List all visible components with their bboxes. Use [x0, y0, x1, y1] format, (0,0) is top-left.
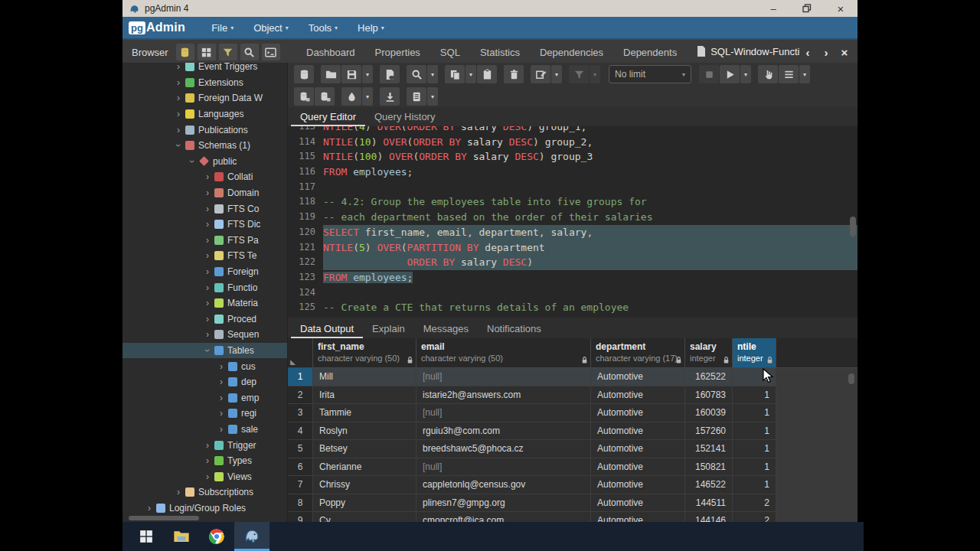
- column-header-ntile[interactable]: ntileinteger: [733, 338, 776, 367]
- first-name-cell[interactable]: Poppy: [313, 494, 416, 513]
- chevron-collapsed-icon[interactable]: ›: [203, 204, 212, 214]
- chevron-collapsed-icon[interactable]: ›: [203, 329, 212, 340]
- download-csv-button[interactable]: [380, 87, 400, 106]
- sidebar-item-trigger-functions[interactable]: ›Trigger: [122, 437, 287, 453]
- explain-button[interactable]: [341, 87, 361, 106]
- tab-sql-window-functions-for-anal[interactable]: SQL-Window-Functions-for_Anal: [687, 40, 799, 64]
- close-button[interactable]: ×: [824, 0, 858, 17]
- servers-button[interactable]: [176, 44, 194, 60]
- sidebar-item-domains[interactable]: ›Domain: [122, 185, 287, 201]
- chevron-collapsed-icon[interactable]: ›: [203, 219, 212, 230]
- sidebar-item-fts-parsers[interactable]: ›FTS Pa: [122, 233, 287, 249]
- department-cell[interactable]: Automotive: [591, 368, 685, 386]
- tab-query-editor[interactable]: Query Editor: [291, 111, 365, 126]
- chevron-collapsed-icon[interactable]: ›: [217, 424, 226, 435]
- grid-select-all-corner[interactable]: ◢: [288, 338, 313, 367]
- salary-cell[interactable]: 144146: [685, 512, 733, 522]
- email-cell[interactable]: [null]: [416, 368, 591, 386]
- table-row[interactable]: 2Iritaistarie2h@answers.comAutomotive160…: [288, 386, 858, 405]
- row-number-cell[interactable]: 2: [288, 386, 313, 405]
- tab-dashboard[interactable]: Dashboard: [296, 40, 365, 64]
- salary-cell[interactable]: 160039: [685, 404, 733, 422]
- first-name-cell[interactable]: Cy: [313, 512, 416, 522]
- department-cell[interactable]: Automotive: [591, 386, 685, 405]
- row-number-cell[interactable]: 5: [288, 440, 313, 458]
- email-cell[interactable]: [null]: [416, 458, 591, 477]
- pgadmin-button[interactable]: [234, 522, 270, 551]
- department-cell[interactable]: Automotive: [591, 458, 685, 477]
- sql-editor[interactable]: 113NTILE(4) OVER(ORDER BY salary DESC) g…: [288, 126, 858, 318]
- table-row[interactable]: 9Cycmoncroft@ica.comAutomotive1441462: [288, 512, 858, 522]
- table-row[interactable]: 4Roslynrguiu3h@com.comAutomotive1572601: [288, 422, 858, 441]
- department-cell[interactable]: Automotive: [591, 440, 685, 458]
- column-header-first_name[interactable]: first_namecharacter varying (50): [313, 338, 416, 367]
- explain-options-button[interactable]: ▾: [362, 87, 373, 106]
- sidebar-item-procedures[interactable]: ›Proced: [122, 311, 287, 328]
- sidebar-item-languages[interactable]: ›Languages: [122, 106, 287, 122]
- sidebar-item-types[interactable]: ›Types: [122, 453, 287, 469]
- first-name-cell[interactable]: Irita: [313, 386, 416, 405]
- first-name-cell[interactable]: Chrissy: [313, 476, 416, 494]
- connection-button[interactable]: [294, 65, 314, 83]
- chevron-collapsed-icon[interactable]: ›: [203, 235, 212, 246]
- commit-button[interactable]: [758, 65, 778, 83]
- filter-button[interactable]: [569, 65, 589, 83]
- email-cell[interactable]: cmoncroft@ica.com: [416, 512, 591, 522]
- sidebar-item-fts-templates[interactable]: ›FTS Te: [122, 248, 287, 264]
- sidebar-item-table[interactable]: ›cus: [122, 358, 287, 374]
- browser-terminal-button[interactable]: [262, 44, 280, 60]
- menu-file[interactable]: File▾: [211, 22, 234, 34]
- sidebar-item-views[interactable]: ›Views: [122, 468, 287, 484]
- tab-scroll-left[interactable]: ‹: [799, 46, 816, 59]
- delete-button[interactable]: [504, 65, 524, 83]
- execute-button[interactable]: [720, 65, 740, 83]
- column-header-department[interactable]: departmentcharacter varying (17): [591, 338, 685, 367]
- salary-cell[interactable]: 160783: [685, 386, 733, 405]
- sidebar-item-functions[interactable]: ›Functio: [122, 279, 287, 295]
- ntile-cell[interactable]: 1: [733, 404, 776, 422]
- salary-cell[interactable]: 162522: [685, 368, 733, 386]
- ntile-cell[interactable]: 2: [733, 512, 776, 522]
- sidebar-item-publications[interactable]: ›Publications: [122, 122, 287, 138]
- chevron-collapsed-icon[interactable]: ›: [203, 471, 212, 482]
- copy-button[interactable]: [445, 65, 465, 83]
- browser-filter-button[interactable]: [219, 44, 237, 60]
- table-row[interactable]: 6Cherianne[null]Automotive1508211: [288, 458, 858, 477]
- column-header-salary[interactable]: salaryinteger: [685, 338, 733, 367]
- browser-search-button[interactable]: [240, 44, 259, 60]
- sidebar-item-table[interactable]: ›emp: [122, 390, 287, 406]
- first-name-cell[interactable]: Tammie: [313, 404, 416, 422]
- chevron-collapsed-icon[interactable]: ›: [174, 487, 183, 497]
- sidebar-item-tables[interactable]: ›Tables: [122, 343, 287, 359]
- row-number-cell[interactable]: 9: [288, 512, 313, 522]
- rollback-transaction-button[interactable]: [315, 87, 335, 106]
- start-button-button[interactable]: [129, 522, 164, 551]
- sidebar-item-login-group-roles[interactable]: ›Login/Group Roles: [122, 500, 287, 517]
- sidebar-item-table[interactable]: ›dep: [122, 374, 287, 390]
- chevron-collapsed-icon[interactable]: ›: [203, 250, 212, 261]
- first-name-cell[interactable]: Betsey: [313, 440, 416, 458]
- first-name-cell[interactable]: Cherianne: [313, 458, 416, 477]
- ntile-cell[interactable]: 1: [733, 422, 776, 441]
- sidebar-item-table[interactable]: ›regi: [122, 406, 287, 422]
- find-button[interactable]: [407, 65, 426, 83]
- chevron-collapsed-icon[interactable]: ›: [203, 455, 212, 466]
- row-limit-select[interactable]: No limit▾: [609, 65, 691, 83]
- row-number-cell[interactable]: 4: [288, 422, 313, 441]
- sidebar-item-schema-public[interactable]: ›public: [122, 154, 287, 170]
- sidebar-item-foreign-tables[interactable]: ›Foreign: [122, 264, 287, 280]
- menu-help[interactable]: Help▾: [358, 22, 384, 34]
- ntile-cell[interactable]: 2: [733, 494, 776, 513]
- chevron-collapsed-icon[interactable]: ›: [203, 298, 212, 308]
- chevron-collapsed-icon[interactable]: ›: [174, 93, 183, 103]
- open-file-button[interactable]: [321, 65, 341, 83]
- chevron-collapsed-icon[interactable]: ›: [203, 314, 212, 324]
- table-row[interactable]: 8Poppyplinesn7@gmpg.orgAutomotive1445112: [288, 494, 858, 513]
- chevron-expanded-icon[interactable]: ›: [173, 141, 184, 150]
- menu-object[interactable]: Object▾: [253, 22, 289, 34]
- file-explorer-button[interactable]: [164, 522, 199, 551]
- sidebar-item-table[interactable]: ›sale: [122, 422, 287, 438]
- tab-query-history[interactable]: Query History: [365, 111, 444, 126]
- chevron-collapsed-icon[interactable]: ›: [203, 266, 212, 277]
- ntile-cell[interactable]: 1: [733, 476, 776, 494]
